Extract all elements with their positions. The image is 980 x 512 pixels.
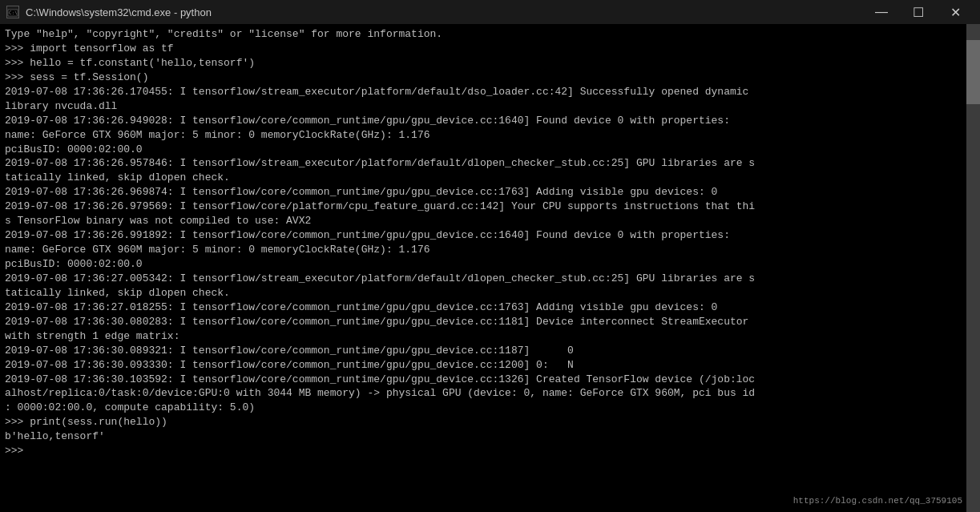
- terminal-line: pciBusID: 0000:02:00.0: [5, 143, 962, 157]
- terminal-line: tatically linked, skip dlopen check.: [5, 171, 962, 185]
- terminal-line: name: GeForce GTX 960M major: 5 minor: 0…: [5, 128, 962, 143]
- terminal-line: 2019-07-08 17:36:26.979569: I tensorflow…: [5, 200, 962, 214]
- terminal-line: 2019-07-08 17:36:26.969874: I tensorflow…: [5, 185, 962, 200]
- terminal-line: name: GeForce GTX 960M major: 5 minor: 0…: [5, 243, 962, 257]
- app-icon: C:\: [6, 6, 19, 18]
- maximize-button[interactable]: ☐: [900, 0, 937, 24]
- terminal-line: 2019-07-08 17:36:30.089321: I tensorflow…: [5, 344, 962, 358]
- terminal-line: library nvcuda.dll: [5, 99, 962, 114]
- scrollbar[interactable]: [966, 24, 980, 512]
- terminal-line: 2019-07-08 17:36:27.005342: I tensorflow…: [5, 272, 962, 286]
- terminal-line: tatically linked, skip dlopen check.: [5, 286, 962, 300]
- content-area: Type "help", "copyright", "credits" or "…: [0, 24, 980, 512]
- terminal-line: 2019-07-08 17:36:30.093330: I tensorflow…: [5, 358, 962, 373]
- close-button[interactable]: ✕: [937, 0, 974, 24]
- terminal-line: 2019-07-08 17:36:26.949028: I tensorflow…: [5, 114, 962, 128]
- svg-text:C:\: C:\: [9, 10, 18, 15]
- terminal-output[interactable]: Type "help", "copyright", "credits" or "…: [0, 24, 966, 512]
- terminal-line: >>> hello = tf.constant('hello,tensorf'): [5, 56, 962, 71]
- terminal-line: pciBusID: 0000:02:00.0: [5, 257, 962, 272]
- terminal-line: 2019-07-08 17:36:27.018255: I tensorflow…: [5, 300, 962, 315]
- terminal-line: >>>: [5, 444, 962, 458]
- terminal-line: with strength 1 edge matrix:: [5, 329, 962, 344]
- terminal-line: >>> print(sess.run(hello)): [5, 415, 962, 429]
- terminal-line: 2019-07-08 17:36:26.170455: I tensorflow…: [5, 85, 962, 99]
- terminal-line: 2019-07-08 17:36:30.080283: I tensorflow…: [5, 315, 962, 329]
- terminal-line: s TensorFlow binary was not compiled to …: [5, 214, 962, 228]
- minimize-button[interactable]: —: [863, 0, 900, 24]
- terminal-window: C:\ C:\Windows\system32\cmd.exe - python…: [0, 0, 980, 512]
- window-controls: — ☐ ✕: [863, 0, 974, 24]
- terminal-line: >>> sess = tf.Session(): [5, 71, 962, 85]
- title-bar: C:\ C:\Windows\system32\cmd.exe - python…: [0, 0, 980, 24]
- terminal-line: : 0000:02:00.0, compute capability: 5.0): [5, 401, 962, 415]
- terminal-line: alhost/replica:0/task:0/device:GPU:0 wit…: [5, 386, 962, 401]
- terminal-line: >>> import tensorflow as tf: [5, 42, 962, 56]
- terminal-line: b'hello,tensorf': [5, 429, 962, 444]
- window-title: C:\Windows\system32\cmd.exe - python: [26, 6, 863, 18]
- terminal-line: 2019-07-08 17:36:30.103592: I tensorflow…: [5, 373, 962, 387]
- terminal-line: Type "help", "copyright", "credits" or "…: [5, 27, 962, 42]
- watermark: https://blog.csdn.net/qq_3759105: [793, 496, 962, 506]
- scrollbar-thumb[interactable]: [966, 40, 980, 104]
- terminal-line: 2019-07-08 17:36:26.957846: I tensorflow…: [5, 156, 962, 171]
- terminal-line: 2019-07-08 17:36:26.991892: I tensorflow…: [5, 228, 962, 243]
